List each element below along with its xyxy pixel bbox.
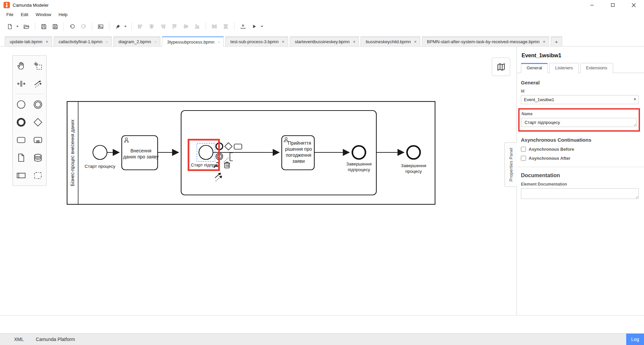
create-start-event[interactable] (13, 95, 30, 113)
log-toggle-button[interactable]: Log (626, 334, 644, 345)
tab-update-lab[interactable]: update-lab.bpmn × (5, 37, 52, 46)
redo-button[interactable] (79, 22, 88, 31)
xml-toggle[interactable]: XML (14, 337, 24, 342)
tab-close-icon[interactable]: × (543, 40, 545, 44)
align-vertical-center-button[interactable] (147, 22, 156, 31)
tab-bussineskeychild[interactable]: bussineskeychild.bpmn × (361, 37, 420, 46)
global-connect-tool[interactable] (30, 75, 46, 92)
toolbar-separator (35, 22, 35, 30)
minimap-toggle-button[interactable] (492, 58, 510, 76)
asynchronous-after-checkbox[interactable] (521, 156, 526, 161)
align-right-button[interactable] (158, 22, 168, 31)
save-as-icon (52, 24, 58, 29)
lasso-tool[interactable] (30, 57, 46, 75)
menu-edit[interactable]: Edit (18, 11, 31, 18)
align-top-button[interactable] (170, 22, 179, 31)
space-tool[interactable] (13, 75, 30, 92)
data-store-icon (33, 153, 43, 163)
start-instance-button[interactable] (250, 22, 259, 31)
gateway-icon (33, 117, 43, 127)
align-bottom-button[interactable] (193, 22, 202, 31)
tab-dirty-icon[interactable]: ○ (218, 40, 220, 44)
align-horizontal-center-button[interactable] (181, 22, 191, 31)
open-file-button[interactable] (22, 22, 31, 31)
create-group[interactable] (30, 166, 46, 184)
append-gateway-icon[interactable] (225, 143, 232, 150)
create-participant[interactable] (13, 166, 30, 184)
export-image-button[interactable] (96, 22, 105, 31)
task-label: погодження (286, 152, 311, 158)
connect-tool-icon[interactable] (215, 173, 222, 182)
start-event-process[interactable]: Старт процесу (85, 145, 115, 169)
append-task-icon[interactable] (234, 144, 242, 149)
create-intermediate-event[interactable] (30, 95, 46, 113)
create-data-object[interactable] (13, 149, 30, 166)
end-event-icon (16, 117, 26, 127)
delete-trash-icon[interactable] (224, 162, 230, 168)
tab-close-icon[interactable]: × (353, 40, 355, 44)
distribute-vertically-button[interactable] (221, 22, 230, 31)
create-gateway[interactable] (30, 113, 46, 131)
name-input[interactable] (522, 118, 637, 127)
end-event-process[interactable]: Завершення процесу (401, 146, 426, 174)
save-button[interactable] (39, 22, 48, 31)
asynchronous-before-checkbox[interactable] (521, 147, 526, 152)
end-event-label: процесу (405, 169, 422, 174)
close-button[interactable] (628, 1, 639, 9)
engine-platform-label[interactable]: Camunda Platform (36, 337, 75, 342)
append-text-annotation-icon[interactable] (224, 153, 233, 162)
name-label: Name (522, 112, 637, 116)
tab-dirty-icon[interactable]: ○ (155, 40, 157, 44)
deploy-button[interactable] (238, 22, 248, 31)
create-data-store[interactable] (30, 149, 46, 166)
bpmn-canvas[interactable]: Бізнес-процес внесення даних Старт проце… (0, 47, 517, 315)
hand-tool[interactable] (13, 57, 30, 75)
create-end-event[interactable] (13, 113, 30, 131)
tab-callactivityfinal-1[interactable]: callactivityfinal-1.bpmn ○ (54, 37, 112, 46)
tab-label: callactivityfinal-1.bpmn (59, 39, 103, 44)
tab-dirty-icon[interactable]: ○ (106, 40, 108, 44)
menu-window[interactable]: Window (33, 11, 54, 18)
tab-test-sub-process-3[interactable]: test-sub-process-3.bpmn × (225, 37, 288, 46)
start-instance-dropdown[interactable] (260, 22, 264, 31)
tab-diagram-2[interactable]: diagram_2.bpmn ○ (113, 37, 160, 46)
create-subprocess[interactable] (30, 131, 46, 149)
menu-help[interactable]: Help (56, 11, 71, 18)
maximize-icon (611, 3, 615, 7)
tab-extensions[interactable]: Extensions (580, 63, 613, 73)
element-documentation-textarea[interactable] (521, 188, 639, 199)
tab-3typessubprocess[interactable]: 3typessubprocess.bpmn ○ (162, 37, 224, 47)
tab-close-icon[interactable]: × (414, 40, 417, 44)
participant-icon (16, 170, 26, 181)
undo-button[interactable] (67, 22, 77, 31)
id-input[interactable] (521, 95, 639, 104)
tab-general[interactable]: General (521, 63, 548, 73)
maximize-button[interactable] (607, 1, 619, 9)
new-file-button[interactable] (5, 22, 14, 31)
new-file-dropdown[interactable] (15, 22, 19, 31)
tab-listeners[interactable]: Listeners (549, 63, 579, 73)
play-icon (252, 24, 257, 29)
tab-bpmn-start-after-system-task[interactable]: BPMN-start-after-system-task-by-received… (422, 37, 549, 46)
tab-close-icon[interactable]: × (282, 40, 284, 44)
tab-starteventbussineskey[interactable]: starteventbussineskey.bpmn × (290, 37, 359, 46)
start-event-subprocess-selected[interactable]: Старт підпроц (191, 143, 220, 167)
distribute-horizontally-button[interactable] (210, 22, 219, 31)
user-task-vnesennya[interactable]: Внесення даних про заяву (122, 136, 159, 170)
properties-panel-collapse-label: Properties Panel (508, 148, 514, 182)
minimize-button[interactable] (586, 1, 598, 9)
create-task[interactable] (13, 131, 30, 149)
align-left-button[interactable] (136, 22, 145, 31)
intermediate-event-icon (33, 99, 43, 110)
clear-id-icon[interactable]: × (634, 96, 636, 102)
properties-panel-collapse-tab[interactable]: Properties Panel (504, 142, 517, 187)
menu-file[interactable]: File (3, 11, 16, 18)
end-event-subprocess[interactable]: Завершення підпроцесу (346, 146, 371, 172)
tab-close-icon[interactable]: × (46, 40, 48, 44)
element-template-dropdown[interactable] (123, 22, 127, 31)
open-folder-icon (23, 24, 30, 29)
element-template-button[interactable] (113, 22, 122, 31)
new-tab-button[interactable]: + (551, 37, 562, 46)
save-as-button[interactable] (50, 22, 60, 31)
user-task-pryinyattya[interactable]: Прийняття рішення про погодження заяви (282, 136, 314, 170)
